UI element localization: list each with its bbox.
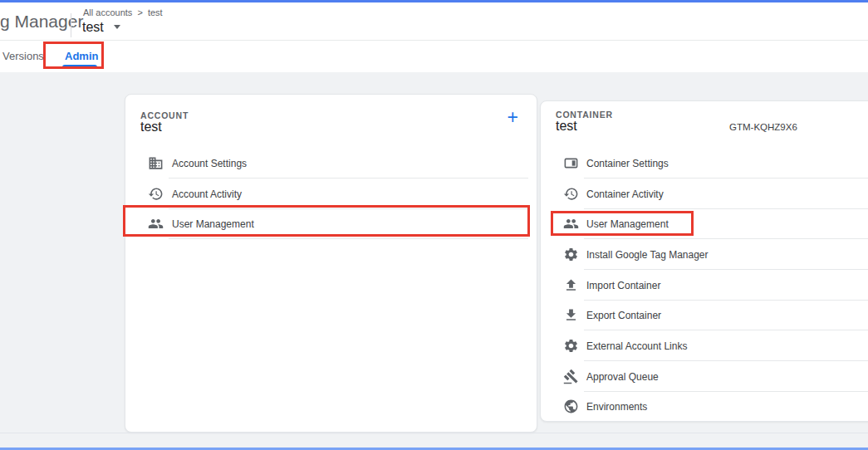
gtm-admin-screen: g Manager All accounts > test test Versi… (0, 0, 868, 450)
tab-bar: Versions Admin (0, 40, 868, 72)
add-icon: + (508, 106, 518, 128)
breadcrumb-current: test (148, 7, 163, 17)
menu-item-container-settings[interactable]: Container Settings (541, 148, 868, 179)
footer-divider (0, 433, 868, 433)
history-icon (563, 186, 579, 202)
people-icon (148, 216, 164, 232)
menu-item-label: Account Activity (172, 188, 242, 200)
menu-item-user-management-container[interactable]: User Management (541, 208, 868, 239)
menu-item-import-container[interactable]: Import Container (541, 270, 868, 301)
download-icon (563, 307, 579, 323)
breadcrumb: All accounts > test (83, 7, 163, 17)
globe-icon (563, 399, 579, 414)
history-icon (148, 186, 164, 202)
menu-item-export-container[interactable]: Export Container (541, 300, 868, 330)
dropdown-caret-icon (114, 25, 120, 29)
account-name: test (140, 120, 162, 135)
menu-item-external-account-links[interactable]: External Account Links (541, 330, 868, 361)
tab-versions[interactable]: Versions (2, 50, 44, 62)
container-name: test (556, 119, 577, 134)
menu-item-approval-queue[interactable]: Approval Queue (541, 361, 868, 392)
container-frame-icon (563, 155, 579, 171)
account-selector-value: test (82, 20, 104, 34)
menu-item-environments[interactable]: Environments (541, 391, 868, 422)
breadcrumb-separator: > (137, 7, 142, 17)
menu-item-label: Import Container (586, 280, 660, 291)
gavel-icon (563, 369, 579, 384)
menu-item-label: User Management (586, 218, 669, 230)
gear-icon (563, 338, 579, 354)
tab-admin[interactable]: Admin (65, 50, 98, 62)
account-panel: ACCOUNT test + Account Settings Account … (125, 94, 537, 433)
menu-item-label: Approval Queue (586, 371, 659, 383)
add-account-button[interactable]: + (508, 108, 518, 126)
people-icon (563, 216, 579, 232)
menu-item-label: Environments (586, 401, 647, 413)
container-id: GTM-KQHZ9X6 (729, 122, 797, 132)
menu-item-label: Account Settings (172, 158, 247, 169)
menu-item-account-settings[interactable]: Account Settings (125, 148, 537, 179)
menu-item-label: Export Container (586, 310, 661, 321)
menu-item-container-activity[interactable]: Container Activity (541, 179, 868, 209)
menu-item-user-management-account[interactable]: User Management (125, 208, 537, 239)
active-tab-underline (62, 65, 97, 67)
menu-item-label: Container Activity (586, 188, 664, 200)
admin-content: ACCOUNT test + Account Settings Account … (0, 72, 868, 450)
row-divider (169, 238, 528, 239)
menu-item-label: Container Settings (586, 158, 669, 169)
app-header: g Manager All accounts > test test (0, 2, 868, 40)
container-panel: CONTAINER test GTM-KQHZ9X6 Container Set… (540, 100, 868, 422)
upload-icon (563, 277, 579, 293)
menu-item-install-gtm[interactable]: Install Google Tag Manager (541, 239, 868, 270)
business-icon (148, 155, 164, 171)
breadcrumb-all-accounts[interactable]: All accounts (83, 7, 132, 17)
menu-item-label: Install Google Tag Manager (586, 249, 709, 261)
menu-item-label: External Account Links (586, 340, 687, 352)
menu-item-account-activity[interactable]: Account Activity (125, 179, 537, 209)
menu-item-label: User Management (172, 218, 254, 230)
account-selector[interactable]: test (82, 20, 120, 35)
header-divider (71, 13, 71, 37)
gear-icon (563, 247, 579, 262)
